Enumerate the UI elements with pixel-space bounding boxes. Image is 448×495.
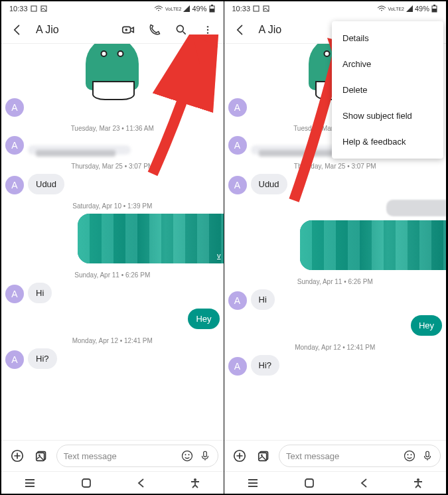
avatar[interactable]: A [5, 350, 24, 369]
status-time: 10:33 [9, 5, 28, 13]
phone-right: 10:33 VoLTE2 49% A Jio A Tuesday, Mar 23… [224, 1, 447, 494]
nav-bar [1, 471, 224, 494]
nav-recents-icon[interactable] [247, 478, 259, 488]
contact-name[interactable]: A Jio [36, 24, 112, 36]
blurred-message[interactable] [28, 145, 131, 155]
svg-point-10 [206, 32, 208, 33]
emoji-icon[interactable] [181, 449, 194, 462]
menu-delete[interactable]: Delete [332, 77, 443, 103]
message-udud[interactable]: Udud [28, 174, 64, 194]
nav-back-icon[interactable] [137, 478, 145, 488]
battery-icon [431, 5, 438, 13]
message-hi[interactable]: Hi [28, 283, 52, 303]
back-button[interactable] [7, 19, 28, 40]
timestamp-2: Thursday, Mar 25 • 3:07 PM [5, 163, 220, 170]
avatar[interactable]: A [228, 136, 247, 155]
svg-rect-3 [211, 5, 213, 6]
options-menu: Details Archive Delete Show subject fiel… [332, 21, 443, 159]
card-icon [31, 5, 38, 13]
timestamp-4: Sunday, Apr 11 • 6:26 PM [5, 271, 220, 279]
svg-rect-34 [305, 479, 313, 487]
image-icon [263, 5, 270, 13]
signal-icon [183, 5, 190, 12]
message-hi[interactable]: Hi [251, 289, 275, 310]
svg-rect-4 [210, 9, 214, 12]
svg-point-17 [188, 454, 189, 455]
search-button[interactable] [171, 19, 192, 40]
message-input[interactable] [64, 451, 175, 461]
svg-point-15 [182, 451, 192, 461]
menu-details[interactable]: Details [332, 25, 443, 51]
avatar[interactable]: A [228, 291, 247, 310]
message-input-container [56, 445, 218, 467]
composer-bar [224, 440, 447, 471]
wifi-icon [154, 5, 163, 12]
voice-input-icon[interactable] [199, 450, 211, 462]
timestamp-5: Monday, Apr 12 • 12:41 PM [228, 344, 443, 351]
menu-help-feedback[interactable]: Help & feedback [332, 129, 443, 155]
phone-call-button[interactable] [144, 19, 165, 40]
nav-recents-icon[interactable] [24, 478, 36, 488]
svg-point-9 [206, 29, 208, 30]
message-list[interactable]: A Tuesday, Mar 23 • 11:36 AM A Thursday,… [1, 44, 224, 440]
svg-rect-24 [433, 5, 435, 6]
svg-point-7 [177, 25, 183, 32]
gallery-button[interactable] [31, 445, 52, 466]
avatar[interactable]: A [5, 176, 24, 194]
avatar[interactable]: A [5, 136, 24, 155]
nav-accessibility-icon[interactable] [190, 478, 200, 488]
svg-point-35 [417, 478, 419, 481]
avatar[interactable]: A [5, 285, 24, 303]
gallery-button[interactable] [254, 445, 275, 466]
status-bar: 10:33 VoLTE2 49% [1, 1, 224, 16]
voice-input-icon[interactable] [421, 450, 433, 462]
timestamp-4: Sunday, Apr 11 • 6:26 PM [228, 278, 443, 285]
avatar[interactable]: A [228, 357, 247, 376]
back-button[interactable] [230, 19, 251, 40]
image-icon [40, 5, 48, 13]
emoji-icon[interactable] [403, 449, 416, 462]
message-hi2[interactable]: Hi? [251, 355, 280, 376]
message-input-container [279, 445, 441, 467]
svg-point-6 [125, 29, 127, 31]
timestamp-5: Monday, Apr 12 • 12:41 PM [5, 337, 220, 344]
battery-percent: 49% [192, 5, 206, 13]
nav-home-icon[interactable] [81, 478, 92, 488]
svg-rect-33 [426, 451, 429, 457]
message-hey[interactable]: Hey [411, 315, 442, 336]
add-attachment-button[interactable] [230, 445, 250, 466]
card-icon [253, 5, 260, 13]
nav-home-icon[interactable] [304, 478, 315, 488]
svg-rect-0 [31, 6, 37, 11]
svg-point-32 [411, 454, 412, 455]
svg-point-8 [206, 26, 208, 27]
blurred-outgoing[interactable] [300, 220, 446, 270]
svg-point-30 [405, 451, 415, 461]
menu-show-subject[interactable]: Show subject field [332, 103, 443, 129]
menu-archive[interactable]: Archive [332, 51, 443, 77]
svg-rect-19 [82, 479, 90, 487]
nav-accessibility-icon[interactable] [413, 478, 423, 488]
add-attachment-button[interactable] [7, 445, 27, 466]
svg-rect-18 [203, 451, 206, 457]
signal-icon [406, 5, 413, 12]
composer-bar [1, 440, 224, 471]
timestamp-3: Saturday, Apr 10 • 1:39 PM [5, 202, 220, 210]
avatar[interactable]: A [5, 98, 24, 117]
svg-point-31 [408, 454, 409, 455]
svg-point-20 [194, 478, 196, 481]
nav-back-icon[interactable] [360, 478, 368, 488]
more-options-button[interactable] [197, 19, 218, 40]
avatar[interactable]: A [228, 176, 247, 194]
blurred-outgoing-small[interactable] [386, 200, 446, 216]
avatar[interactable]: A [228, 98, 247, 117]
message-input[interactable] [286, 451, 398, 461]
network-label: VoLTE2 [165, 7, 181, 11]
message-udud[interactable]: Udud [251, 174, 287, 194]
video-call-button[interactable] [117, 19, 139, 40]
blurred-outgoing[interactable]: v [78, 214, 224, 263]
timestamp-2: Thursday, Mar 25 • 3:07 PM [228, 163, 443, 170]
network-label: VoLTE2 [388, 7, 404, 11]
message-hey[interactable]: Hey [188, 309, 219, 329]
message-hi2[interactable]: Hi? [28, 348, 57, 369]
